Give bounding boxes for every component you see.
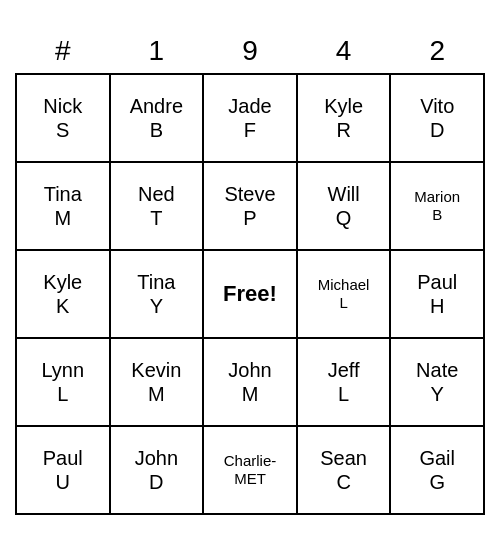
bingo-cell: PaulU (16, 426, 110, 514)
bingo-cell: NedT (110, 162, 204, 250)
header-cell: 2 (390, 29, 484, 74)
bingo-cell: KyleK (16, 250, 110, 338)
table-row: NickSAndreBJadeFKyleRVitoD (16, 74, 484, 162)
table-row: TinaMNedTStevePWillQMarionB (16, 162, 484, 250)
bingo-cell: TinaM (16, 162, 110, 250)
bingo-cell: KyleR (297, 74, 391, 162)
header-cell: # (16, 29, 110, 74)
bingo-cell: MichaelL (297, 250, 391, 338)
header-cell: 9 (203, 29, 297, 74)
bingo-cell: SteveP (203, 162, 297, 250)
bingo-cell: TinaY (110, 250, 204, 338)
bingo-cell: LynnL (16, 338, 110, 426)
bingo-cell: PaulH (390, 250, 484, 338)
table-row: PaulUJohnDCharlie-METSeanCGailG (16, 426, 484, 514)
bingo-cell: WillQ (297, 162, 391, 250)
bingo-cell: KevinM (110, 338, 204, 426)
bingo-cell: Charlie-MET (203, 426, 297, 514)
bingo-cell: Free! (203, 250, 297, 338)
bingo-cell: JohnM (203, 338, 297, 426)
bingo-cell: JeffL (297, 338, 391, 426)
bingo-cell: GailG (390, 426, 484, 514)
bingo-cell: JohnD (110, 426, 204, 514)
bingo-cell: NickS (16, 74, 110, 162)
bingo-cell: JadeF (203, 74, 297, 162)
bingo-cell: AndreB (110, 74, 204, 162)
header-row: #1942 (16, 29, 484, 74)
bingo-cell: MarionB (390, 162, 484, 250)
bingo-cell: VitoD (390, 74, 484, 162)
table-row: LynnLKevinMJohnMJeffLNateY (16, 338, 484, 426)
bingo-cell: NateY (390, 338, 484, 426)
header-cell: 1 (110, 29, 204, 74)
header-cell: 4 (297, 29, 391, 74)
bingo-card: #1942 NickSAndreBJadeFKyleRVitoDTinaMNed… (15, 29, 485, 515)
table-row: KyleKTinaYFree!MichaelLPaulH (16, 250, 484, 338)
bingo-cell: SeanC (297, 426, 391, 514)
